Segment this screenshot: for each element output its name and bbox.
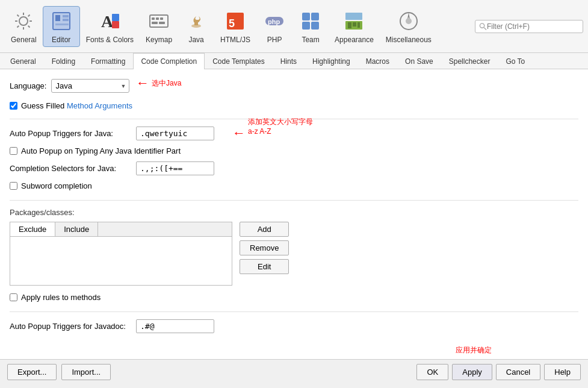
help-button[interactable]: Help bbox=[544, 364, 581, 380]
svg-rect-27 bbox=[345, 13, 362, 20]
svg-point-0 bbox=[19, 17, 28, 25]
add-button[interactable]: Add bbox=[240, 222, 289, 237]
filter-input[interactable] bbox=[487, 22, 579, 31]
keymap-icon bbox=[147, 9, 171, 33]
toolbar-htmljs-label: HTML/JS bbox=[220, 36, 250, 44]
svg-rect-14 bbox=[152, 22, 158, 24]
svg-point-33 bbox=[480, 23, 484, 27]
apply-rules-row: Apply rules to methods bbox=[10, 293, 578, 302]
tabs-row: General Folding Formatting Code Completi… bbox=[0, 53, 588, 69]
ok-button[interactable]: OK bbox=[416, 364, 448, 380]
tab-code-completion[interactable]: Code Completion bbox=[133, 53, 205, 69]
svg-text:5: 5 bbox=[229, 17, 235, 30]
main-content: Language: Java ← 选中Java Guess Filled Met… bbox=[0, 69, 588, 359]
packages-buttons: Add Remove Edit bbox=[240, 222, 289, 286]
auto-popup-java-row: Auto Popup Triggers for Java: ← 添加英文大小写字… bbox=[10, 127, 578, 140]
tab-code-templates[interactable]: Code Templates bbox=[205, 53, 273, 69]
svg-rect-6 bbox=[55, 23, 69, 25]
auto-popup-java-input[interactable] bbox=[136, 127, 214, 140]
toolbar-fonts-colors[interactable]: A Fonts & Colors bbox=[80, 7, 140, 46]
remove-button[interactable]: Remove bbox=[240, 240, 289, 255]
language-annotation: ← 选中Java bbox=[136, 75, 181, 91]
svg-rect-11 bbox=[152, 17, 155, 20]
toolbar-editor[interactable]: Editor bbox=[43, 6, 80, 47]
toolbar-misc-label: Miscellaneous bbox=[386, 36, 432, 44]
toolbar-editor-label: Editor bbox=[52, 36, 70, 44]
cancel-button[interactable]: Cancel bbox=[496, 364, 540, 380]
guess-filled-checkbox[interactable] bbox=[10, 102, 17, 110]
svg-point-32 bbox=[406, 18, 412, 24]
language-select-wrapper[interactable]: Java bbox=[51, 79, 129, 93]
auto-popup-identifier-label: Auto Popup on Typing Any Java Identifier… bbox=[21, 146, 181, 155]
toolbar: General Editor A bbox=[0, 0, 588, 53]
appearance-icon bbox=[342, 9, 366, 33]
javadoc-triggers-label: Auto Popup Triggers for Javadoc: bbox=[10, 322, 136, 331]
packages-section: Packages/classes: Exclude Include Add Re… bbox=[10, 208, 578, 286]
search-icon bbox=[479, 22, 487, 31]
auto-popup-java-label: Auto Popup Triggers for Java: bbox=[10, 129, 136, 138]
tab-macros[interactable]: Macros bbox=[358, 53, 397, 69]
subword-checkbox[interactable] bbox=[10, 182, 17, 190]
toolbar-team-label: Team bbox=[302, 36, 319, 44]
auto-popup-identifier-checkbox[interactable] bbox=[10, 147, 17, 155]
guess-filled-label: Guess Filled Method Arguments bbox=[21, 101, 132, 110]
tab-hints[interactable]: Hints bbox=[273, 53, 305, 69]
apply-rules-checkbox[interactable] bbox=[10, 293, 17, 301]
toolbar-htmljs[interactable]: 5 HTML/JS bbox=[214, 7, 256, 46]
fonts-colors-icon: A bbox=[97, 9, 122, 33]
export-button[interactable]: Export... bbox=[7, 364, 57, 380]
completion-selectors-row: Completion Selectors for Java: bbox=[10, 161, 578, 175]
toolbar-java-label: Java bbox=[188, 36, 203, 44]
svg-rect-22 bbox=[302, 13, 310, 20]
svg-rect-3 bbox=[55, 15, 60, 21]
import-button[interactable]: Import... bbox=[61, 364, 111, 380]
javadoc-triggers-input[interactable] bbox=[136, 319, 214, 333]
svg-rect-24 bbox=[302, 22, 310, 30]
tab-formatting[interactable]: Formatting bbox=[83, 53, 133, 69]
svg-line-34 bbox=[484, 27, 486, 30]
svg-rect-25 bbox=[311, 22, 319, 30]
packages-tab-include[interactable]: Include bbox=[55, 222, 98, 236]
tab-spellchecker[interactable]: Spellchecker bbox=[441, 53, 498, 69]
svg-rect-28 bbox=[348, 22, 351, 28]
tab-general[interactable]: General bbox=[2, 53, 44, 69]
toolbar-appearance-label: Appearance bbox=[335, 36, 374, 44]
toolbar-java[interactable]: Java bbox=[178, 7, 214, 46]
subword-label: Subword completion bbox=[21, 181, 92, 190]
toolbar-keymap[interactable]: Keymap bbox=[140, 7, 178, 46]
edit-button[interactable]: Edit bbox=[240, 259, 289, 274]
svg-rect-10 bbox=[150, 15, 168, 27]
svg-rect-8 bbox=[112, 21, 119, 28]
packages-label: Packages/classes: bbox=[10, 208, 578, 217]
guess-filled-row: Guess Filled Method Arguments bbox=[10, 101, 578, 110]
toolbar-keymap-label: Keymap bbox=[146, 36, 172, 44]
tab-goto[interactable]: Go To bbox=[498, 53, 533, 69]
tab-highlighting[interactable]: Highlighting bbox=[305, 53, 358, 69]
miscellaneous-icon bbox=[397, 9, 421, 33]
toolbar-general[interactable]: General bbox=[5, 7, 43, 46]
toolbar-team[interactable]: Team bbox=[292, 7, 329, 46]
apply-button[interactable]: Apply bbox=[452, 364, 492, 380]
tab-on-save[interactable]: On Save bbox=[397, 53, 441, 69]
editor-icon bbox=[49, 9, 73, 33]
language-label: Language: bbox=[10, 81, 46, 90]
apply-rules-label: Apply rules to methods bbox=[21, 293, 101, 302]
packages-content-area bbox=[10, 237, 232, 285]
bottom-left: Export... Import... bbox=[7, 364, 111, 380]
svg-rect-29 bbox=[353, 22, 356, 27]
packages-tab-bar: Exclude Include bbox=[10, 222, 232, 237]
svg-text:php: php bbox=[268, 18, 280, 25]
packages-tab-exclude[interactable]: Exclude bbox=[10, 222, 55, 236]
toolbar-miscellaneous[interactable]: Miscellaneous bbox=[380, 7, 438, 46]
svg-rect-17 bbox=[194, 22, 198, 25]
toolbar-appearance[interactable]: Appearance bbox=[329, 7, 380, 46]
javadoc-triggers-row: Auto Popup Triggers for Javadoc: bbox=[10, 319, 578, 333]
toolbar-search[interactable] bbox=[475, 20, 583, 33]
tab-folding[interactable]: Folding bbox=[44, 53, 83, 69]
auto-popup-identifier-row: Auto Popup on Typing Any Java Identifier… bbox=[10, 146, 578, 155]
language-select[interactable]: Java bbox=[51, 79, 129, 93]
completion-selectors-input[interactable] bbox=[136, 161, 214, 175]
toolbar-php[interactable]: php PHP bbox=[256, 7, 292, 46]
svg-rect-23 bbox=[311, 13, 319, 20]
bottom-bar: Export... Import... OK Apply Cancel Help bbox=[0, 359, 588, 384]
